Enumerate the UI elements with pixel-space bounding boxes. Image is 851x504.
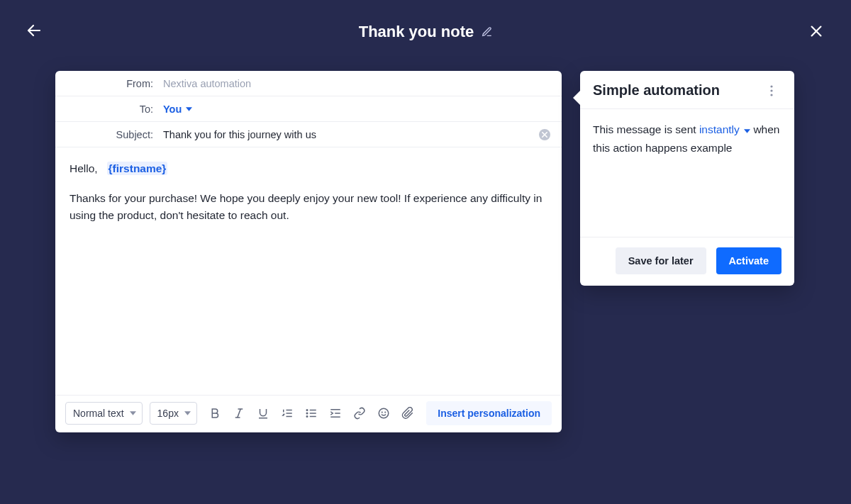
svg-line-7	[238, 409, 241, 418]
greeting-prefix: Hello,	[69, 162, 98, 174]
editor-toolbar: Normal text 16px	[55, 395, 562, 432]
to-selector[interactable]: You	[163, 103, 550, 115]
subject-label: Subject:	[55, 129, 163, 140]
pencil-icon[interactable]	[481, 26, 492, 38]
italic-icon[interactable]	[233, 407, 245, 420]
caret-down-icon	[186, 107, 192, 111]
link-icon[interactable]	[353, 407, 366, 420]
back-button[interactable]	[26, 22, 45, 42]
top-bar: Thank you note	[0, 0, 851, 64]
svg-point-22	[382, 412, 382, 413]
svg-point-26	[770, 94, 772, 96]
attachment-icon[interactable]	[401, 407, 414, 420]
svg-point-23	[385, 412, 386, 413]
save-for-later-button[interactable]: Save for later	[616, 247, 706, 274]
page-title: Thank you note	[359, 23, 474, 41]
greeting-line: Hello, {firstname}	[69, 160, 547, 177]
unordered-list-icon[interactable]	[305, 407, 318, 420]
subject-text: Thank you for this journey with us	[163, 129, 316, 140]
from-label: From:	[55, 78, 163, 89]
to-value: You	[163, 103, 182, 115]
panel-text-before: This message is sent	[593, 123, 696, 135]
svg-point-16	[306, 413, 308, 414]
timing-selector[interactable]: instantly	[699, 123, 754, 135]
svg-point-21	[379, 408, 389, 418]
panel-body: This message is sent instantly when this…	[580, 109, 794, 237]
kebab-menu-icon[interactable]	[770, 85, 782, 96]
compose-card: From: Nextiva automation To: You Subject…	[55, 71, 562, 432]
bold-icon[interactable]	[208, 407, 221, 420]
font-size-value: 16px	[157, 408, 179, 419]
caret-down-icon	[744, 129, 750, 133]
font-size-select[interactable]: 16px	[150, 402, 197, 425]
caret-down-icon	[130, 411, 136, 415]
svg-point-17	[306, 416, 308, 418]
to-label: To:	[55, 103, 163, 115]
insert-personalization-button[interactable]: Insert personalization	[426, 401, 552, 425]
subject-value[interactable]: Thank you for this journey with us	[163, 129, 550, 140]
svg-point-15	[306, 410, 308, 411]
svg-point-25	[770, 89, 772, 91]
clear-subject-button[interactable]	[539, 129, 550, 140]
automation-panel: Simple automation This message is sent i…	[580, 71, 794, 286]
emoji-icon[interactable]	[377, 407, 390, 420]
panel-title: Simple automation	[593, 82, 720, 99]
ordered-list-icon[interactable]	[281, 407, 294, 420]
underline-icon[interactable]	[257, 407, 269, 420]
timing-value: instantly	[699, 123, 740, 135]
svg-point-24	[770, 85, 772, 87]
message-body[interactable]: Hello, {firstname} Thanks for your purch…	[55, 147, 562, 395]
body-paragraph: Thanks for your purchase! We hope you de…	[69, 190, 547, 224]
activate-button[interactable]: Activate	[716, 247, 782, 274]
indent-icon[interactable]	[329, 407, 342, 420]
close-button[interactable]	[808, 23, 825, 40]
caret-down-icon	[184, 411, 191, 415]
text-style-select[interactable]: Normal text	[65, 402, 143, 425]
text-style-value: Normal text	[73, 408, 124, 419]
merge-tag-firstname[interactable]: {firstname}	[107, 162, 168, 175]
from-value: Nextiva automation	[163, 78, 550, 89]
